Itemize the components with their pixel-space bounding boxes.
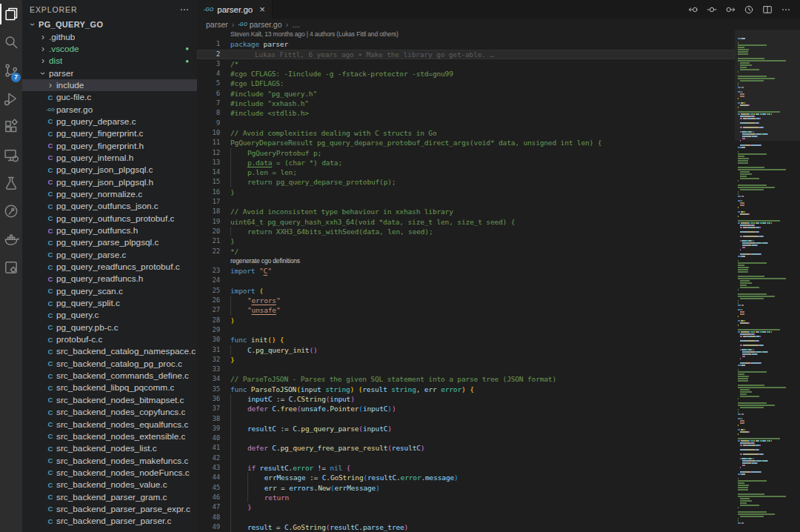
tab-parser-go[interactable]: -GO parser.go ×	[197, 0, 273, 19]
code-line-content[interactable]: Lukas Fittl, 6 years ago • Make the libr…	[230, 50, 735, 59]
split-editor-icon[interactable]	[762, 4, 773, 15]
code-line-content[interactable]: return	[230, 493, 735, 502]
more-actions-icon[interactable]	[781, 4, 791, 15]
tree-item-pg-query-readfuncs-h[interactable]: Cpg_query_readfuncs.h	[22, 273, 197, 285]
tree-item-pg-query-outfuncs-json-c[interactable]: Cpg_query_outfuncs_json.c	[22, 200, 197, 212]
tree-item-pg-query-outfuncs-protobuf-c[interactable]: Cpg_query_outfuncs_protobuf.c	[22, 213, 197, 225]
code-line-content[interactable]: import "C"	[230, 266, 735, 276]
code-line-content[interactable]: /*	[230, 59, 735, 69]
code-line-content[interactable]: )	[230, 316, 735, 325]
tree-item-src-backend-nodes-equalfuncs-c[interactable]: Csrc_backend_nodes_equalfuncs.c	[22, 418, 197, 430]
code-line-content[interactable]: if resultC.error != nil {	[230, 463, 735, 473]
code-line-content[interactable]: func init() {	[230, 335, 735, 345]
tree-item--github[interactable]: .github	[22, 30, 197, 42]
code-area[interactable]: Steven Kalt, 13 months ago | 4 authors (…	[197, 30, 735, 532]
tree-item-src-backend-nodes-extensible-c[interactable]: Csrc_backend_nodes_extensible.c	[22, 430, 197, 442]
tree-item-pg-query-deparse-c[interactable]: Cpg_query_deparse.c	[22, 116, 197, 127]
code-line-content[interactable]: #cgo CFLAGS: -Iinclude -g -fstack-protec…	[230, 69, 735, 79]
code-line-content[interactable]	[230, 433, 735, 443]
open-changes-next-icon[interactable]	[725, 4, 736, 15]
code-line-content[interactable]: return pg_query_deparse_protobuf(p);	[230, 177, 735, 187]
code-line-content[interactable]: import (	[230, 286, 735, 296]
tree-item-pg-query-fingerprint-c[interactable]: Cpg_query_fingerprint.c	[22, 127, 197, 139]
tree-item-src-backend-libpq-pqcomm-c[interactable]: Csrc_backend_libpq_pqcomm.c	[22, 382, 197, 393]
activity-source-control[interactable]: 7	[0, 56, 22, 84]
code-line-content[interactable]: err = errors.New(errMessage)	[230, 483, 735, 493]
tree-item-src-backend-parser-parser-c[interactable]: Csrc_backend_parser_parser.c	[22, 515, 197, 527]
code-line-content[interactable]: func ParseToJSON(input string) (result s…	[230, 385, 735, 394]
code-line-content[interactable]: "unsafe"	[230, 305, 735, 315]
activity-docker[interactable]	[0, 225, 22, 253]
code-line-content[interactable]: return XXH3_64bits_withSeed(data, len, s…	[230, 227, 735, 236]
explorer-more-actions-icon[interactable]	[179, 4, 190, 15]
tree-item--vscode[interactable]: .vscode●	[22, 43, 197, 55]
code-line-content[interactable]	[230, 414, 735, 424]
code-line-content[interactable]: defer C.free(unsafe.Pointer(inputC))	[230, 404, 735, 413]
tree-item-pg-query-json-plpgsql-c[interactable]: Cpg_query_json_plpgsql.c	[22, 164, 197, 176]
activity-search[interactable]	[0, 28, 22, 56]
tree-item-src-backend-parser-parse-expr-c[interactable]: Csrc_backend_parser_parse_expr.c	[22, 503, 197, 515]
code-line-content[interactable]	[230, 325, 735, 335]
activity-dev-containers[interactable]	[0, 253, 22, 282]
activity-remote-explorer[interactable]	[0, 141, 22, 169]
code-line-content[interactable]: #include "xxhash.h"	[230, 99, 735, 108]
tree-item-src-backend-commands-define-c[interactable]: Csrc_backend_commands_define.c	[22, 370, 197, 382]
tree-item-pg-query-internal-h[interactable]: Cpg_query_internal.h	[22, 152, 197, 164]
code-line-content[interactable]: PgQueryProtobuf p;	[230, 148, 735, 158]
codelens-link[interactable]: regenerate cgo definitions	[197, 256, 735, 266]
activity-testing[interactable]	[0, 169, 22, 197]
tree-item-protobuf-c-c[interactable]: Cprotobuf-c.c	[22, 333, 197, 345]
code-line-content[interactable]: #include "pg_query.h"	[230, 89, 735, 99]
code-line-content[interactable]: resultC := C.pg_query_parse(inputC)	[230, 424, 735, 433]
open-changes-icon[interactable]	[707, 4, 717, 15]
tree-item-pg-query-outfuncs-h[interactable]: Cpg_query_outfuncs.h	[22, 225, 197, 236]
breadcrumb-symbol[interactable]: …	[292, 20, 300, 29]
tree-item-src-backend-nodes-bitmapset-c[interactable]: Csrc_backend_nodes_bitmapset.c	[22, 394, 197, 406]
code-line-content[interactable]	[230, 276, 735, 285]
code-line-content[interactable]: package parser	[230, 39, 735, 49]
code-line-content[interactable]: defer C.pg_query_free_parse_result(resul…	[230, 443, 735, 453]
tree-item-pg-query-pb-c-c[interactable]: Cpg_query.pb-c.c	[22, 322, 197, 333]
activity-files[interactable]	[0, 0, 22, 28]
code-line-content[interactable]: */	[230, 247, 735, 256]
tree-item-guc-file-c[interactable]: Cguc-file.c	[22, 91, 197, 103]
tree-item-pg-query-parse-c[interactable]: Cpg_query_parse.c	[22, 249, 197, 261]
code-line-content[interactable]: p.len = len;	[230, 167, 735, 177]
tree-item-src-backend-nodes-value-c[interactable]: Csrc_backend_nodes_value.c	[22, 479, 197, 491]
tree-item-src-backend-nodes-copyfuncs-c[interactable]: Csrc_backend_nodes_copyfuncs.c	[22, 406, 197, 418]
code-line-content[interactable]	[230, 453, 735, 463]
code-line-content[interactable]: }	[230, 502, 735, 512]
code-line-content[interactable]: // Avoid inconsistent type behaviour in …	[230, 207, 735, 216]
code-line-content[interactable]: errMessage := C.GoString(resultC.error.m…	[230, 473, 735, 482]
tree-item-src-backend-catalog-pg-proc-c[interactable]: Csrc_backend_catalog_pg_proc.c	[22, 358, 197, 370]
timeline-icon[interactable]	[744, 4, 754, 15]
tree-item-src-backend-catalog-namespace-c[interactable]: Csrc_backend_catalog_namespace.c	[22, 345, 197, 357]
code-line-content[interactable]	[230, 119, 735, 128]
code-line-content[interactable]: p.data = (char *) data;	[230, 158, 735, 167]
tree-item-src-backend-parser-gram-c[interactable]: Csrc_backend_parser_gram.c	[22, 491, 197, 502]
code-line-content[interactable]: }	[230, 355, 735, 365]
tree-item-parser[interactable]: parser	[22, 67, 197, 79]
tree-item-pg-query-parse-plpgsql-c[interactable]: Cpg_query_parse_plpgsql.c	[22, 236, 197, 248]
git-blame-lens[interactable]: Steven Kalt, 13 months ago | 4 authors (…	[197, 30, 735, 39]
tree-item-pg-query-json-plpgsql-h[interactable]: Cpg_query_json_plpgsql.h	[22, 176, 197, 187]
tree-item-pg-query-scan-c[interactable]: Cpg_query_scan.c	[22, 285, 197, 297]
breadcrumb-folder[interactable]: parser	[206, 20, 228, 29]
open-changes-prev-icon[interactable]	[688, 4, 699, 15]
tree-item-pg-query-normalize-c[interactable]: Cpg_query_normalize.c	[22, 188, 197, 200]
code-line-content[interactable]: uint64_t pg_query_hash_xxh3_64(void *dat…	[230, 217, 735, 227]
tree-item-pg-query-go[interactable]: PG_QUERY_GO	[22, 19, 197, 30]
activity-gitlens[interactable]	[0, 197, 22, 225]
tree-item-src-backend-nodes-list-c[interactable]: Csrc_backend_nodes_list.c	[22, 442, 197, 454]
tree-item-include[interactable]: include	[22, 79, 197, 91]
breadcrumb-file[interactable]: -GO parser.go	[238, 20, 281, 29]
code-line-content[interactable]	[230, 197, 735, 207]
code-line-content[interactable]: C.pg_query_init()	[230, 345, 735, 355]
code-line-content[interactable]: #include <stdlib.h>	[230, 108, 735, 118]
activity-extensions[interactable]	[0, 113, 22, 141]
code-line-content[interactable]: inputC := C.CString(input)	[230, 394, 735, 404]
minimap[interactable]	[735, 30, 800, 532]
code-line-content[interactable]: "errors"	[230, 296, 735, 305]
tree-item-src-backend-nodes-makefuncs-c[interactable]: Csrc_backend_nodes_makefuncs.c	[22, 454, 197, 466]
code-line-content[interactable]: // ParseToJSON - Parses the given SQL st…	[230, 374, 735, 384]
